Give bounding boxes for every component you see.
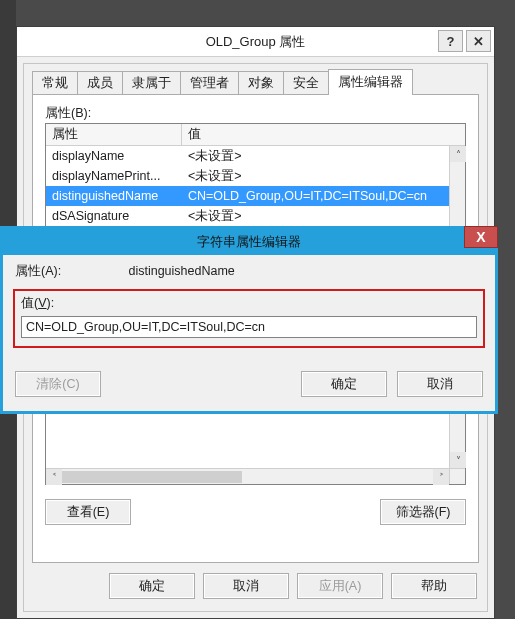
dialog-footer: 确定 取消 应用(A) 帮助 <box>24 569 487 603</box>
string-editor-title-text: 字符串属性编辑器 <box>3 229 495 255</box>
tab-members[interactable]: 成员 <box>77 71 123 95</box>
properties-title-text: OLD_Group 属性 <box>17 27 494 57</box>
scroll-down-icon[interactable]: ˅ <box>450 452 466 468</box>
scroll-right-icon[interactable]: ˃ <box>433 469 449 485</box>
ok-button[interactable]: 确定 <box>109 573 195 599</box>
string-editor-close-button[interactable]: X <box>464 226 498 248</box>
help-button[interactable]: ? <box>438 30 463 52</box>
cell-value: <未设置> <box>182 148 449 165</box>
grid-button-row: 查看(E) 筛选器(F) <box>45 495 466 529</box>
close-button[interactable]: ✕ <box>466 30 491 52</box>
table-row[interactable]: displayNamePrint...<未设置> <box>46 166 449 186</box>
highlight-box: 值(V): <box>13 289 485 348</box>
scroll-corner <box>449 468 465 484</box>
string-editor-titlebar[interactable]: 字符串属性编辑器 X <box>3 229 495 255</box>
tab-row: 常规 成员 隶属于 管理者 对象 安全 属性编辑器 <box>32 70 479 95</box>
editor-attribute-row: 属性(A): distinguishedName <box>15 263 483 280</box>
cell-value: CN=OLD_Group,OU=IT,DC=ITSoul,DC=cn <box>182 189 449 203</box>
editor-ok-button[interactable]: 确定 <box>301 371 387 397</box>
scroll-thumb[interactable] <box>62 471 242 483</box>
clear-button[interactable]: 清除(C) <box>15 371 101 397</box>
help-dialog-button[interactable]: 帮助 <box>391 573 477 599</box>
editor-cancel-button[interactable]: 取消 <box>397 371 483 397</box>
cell-value: <未设置> <box>182 168 449 185</box>
scroll-up-icon[interactable]: ˄ <box>450 146 466 162</box>
cell-attribute: dSASignature <box>46 209 182 223</box>
tab-security[interactable]: 安全 <box>283 71 329 95</box>
scroll-left-icon[interactable]: ˂ <box>46 469 62 485</box>
editor-attribute-label-text: 属性(A): <box>15 264 61 278</box>
string-editor-dialog: 字符串属性编辑器 X 属性(A): distinguishedName 值(V)… <box>0 226 498 414</box>
editor-attribute-value: distinguishedName <box>128 264 234 278</box>
view-button[interactable]: 查看(E) <box>45 499 131 525</box>
cell-attribute: displayName <box>46 149 182 163</box>
grid-header: 属性 值 <box>46 124 465 146</box>
editor-value-label: 值(V): <box>21 295 477 312</box>
editor-attribute-label: 属性(A): <box>15 263 125 280</box>
properties-titlebar[interactable]: OLD_Group 属性 ? ✕ <box>17 27 494 57</box>
tab-object[interactable]: 对象 <box>238 71 284 95</box>
attributes-label: 属性(B): <box>45 105 91 122</box>
editor-footer: 清除(C) 确定 取消 <box>15 369 483 399</box>
tab-memberof[interactable]: 隶属于 <box>122 71 181 95</box>
tab-general[interactable]: 常规 <box>32 71 78 95</box>
cell-value: <未设置> <box>182 208 449 225</box>
col-attribute[interactable]: 属性 <box>46 124 182 145</box>
filter-button[interactable]: 筛选器(F) <box>380 499 466 525</box>
table-row[interactable]: displayName<未设置> <box>46 146 449 166</box>
table-row[interactable]: dSASignature<未设置> <box>46 206 449 226</box>
col-value[interactable]: 值 <box>182 124 449 145</box>
tab-attribute-editor[interactable]: 属性编辑器 <box>328 69 413 95</box>
apply-button[interactable]: 应用(A) <box>297 573 383 599</box>
cell-attribute: distinguishedName <box>46 189 182 203</box>
editor-value-input[interactable] <box>21 316 477 338</box>
tab-managedby[interactable]: 管理者 <box>180 71 239 95</box>
table-row[interactable]: distinguishedNameCN=OLD_Group,OU=IT,DC=I… <box>46 186 449 206</box>
cell-attribute: displayNamePrint... <box>46 169 182 183</box>
cancel-button[interactable]: 取消 <box>203 573 289 599</box>
horizontal-scrollbar[interactable]: ˂ ˃ <box>46 468 449 484</box>
string-editor-body: 属性(A): distinguishedName 值(V): 清除(C) 确定 … <box>15 263 483 401</box>
